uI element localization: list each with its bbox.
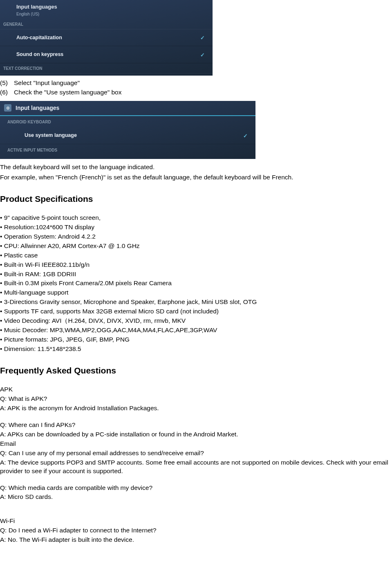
input-languages-label: Input languages [16, 3, 57, 11]
spec-item: • Music Decoder: MP3,WMA,MP2,OGG,AAC,M4A… [0, 326, 392, 335]
faq-question: Q: Can I use any of my personal email ad… [0, 449, 392, 458]
spec-item: • Built-in Wi-Fi IEEE802.11b/g/n [0, 261, 392, 269]
section-text-correction: TEXT CORRECTION [0, 63, 213, 74]
input-languages-sub: English (US) [0, 11, 213, 20]
spec-item: • Supports TF card, supports Max 32GB ex… [0, 307, 392, 316]
faq-answer: A: Micro SD cards. [0, 493, 392, 501]
settings-icon: ⚙ [4, 104, 11, 112]
faq-topic-email: Email [0, 440, 392, 448]
spec-item: • Resolution:1024*600 TN display [0, 223, 392, 232]
spec-item: • Plastic case [0, 251, 392, 260]
faq-section: APK Q: What is APK? A: APK is the acrony… [0, 385, 392, 544]
section-general: GENERAL [0, 19, 213, 29]
spec-item: • Picture formats: JPG, JPEG, GIF, BMP, … [0, 335, 392, 344]
spec-item: • 9" capacitive 5-point touch screen, [0, 214, 392, 222]
check-icon: ✓ [243, 133, 249, 139]
check-icon: ✓ [200, 35, 206, 40]
settings-screenshot-1: Input languages English (US) GENERAL Aut… [0, 0, 213, 76]
faq-question: Q: Where can I find APKs? [0, 421, 392, 429]
screenshot2-title: Input languages [16, 104, 59, 112]
section-active-input-methods: ACTIVE INPUT METHODS [0, 144, 255, 156]
faq-answer: A: No. The Wi-Fi adapter is built into t… [0, 536, 392, 544]
spec-item: • Video Decoding: AVI（H.264, DIVX, DIVX,… [0, 317, 392, 325]
auto-capitalization-label: Auto-capitalization [16, 34, 62, 41]
step-text: Check the "Use system language" box [14, 88, 121, 97]
heading-faq: Frequently Asked Questions [0, 365, 392, 376]
heading-product-specifications: Product Specifications [0, 193, 392, 205]
faq-answer: A: APKs can be downloaded by a PC-side i… [0, 430, 392, 439]
step-number: (6) [0, 88, 14, 97]
screenshot2-header: ⚙ Input languages [0, 101, 255, 116]
faq-topic-apk: APK [0, 385, 392, 394]
spec-item: • Multi-language support [0, 288, 392, 297]
faq-question: Q: What is APK? [0, 395, 392, 403]
spec-item: • Dimension: 11.5*148*238.5 [0, 345, 392, 353]
step-text: Select "Input language" [14, 79, 80, 87]
faq-answer: A: The device supports POP3 and SMTP acc… [0, 458, 392, 476]
faq-question: Q: Do I need a Wi-Fi adapter to connect … [0, 526, 392, 535]
sound-keypress-label: Sound on keypress [16, 51, 63, 58]
spec-item: • CPU: Allwinner A20, ARM Cortex-A7 @ 1.… [0, 242, 392, 250]
check-icon: ✓ [200, 52, 206, 58]
section-android-keyboard: ANDROID KEYBOARD [0, 116, 255, 127]
step-number: (5) [0, 79, 14, 87]
faq-topic-wifi: Wi-Fi [0, 517, 392, 525]
faq-answer: A: APK is the acronym for Android Instal… [0, 404, 392, 413]
auto-capitalization-row: Auto-capitalization ✓ [0, 29, 213, 47]
use-system-language-row: Use system language ✓ [0, 127, 255, 144]
paragraph-default-keyboard: The default keyboard will set to the lan… [0, 163, 392, 172]
step-5: (5) Select "Input language" [0, 79, 392, 87]
paragraph-french-example: For example, when "French (French)" is s… [0, 173, 392, 182]
input-languages-row: Input languages [0, 0, 213, 12]
spec-item: • Built-in RAM: 1GB DDRIII [0, 270, 392, 279]
sound-keypress-row: Sound on keypress ✓ [0, 46, 213, 63]
use-system-language-label: Use system language [25, 132, 77, 139]
step-6: (6) Check the "Use system language" box [0, 88, 392, 97]
spec-item: • 3-Directions Gravity sensor, Microphon… [0, 298, 392, 306]
specifications-list: • 9" capacitive 5-point touch screen, • … [0, 214, 392, 353]
faq-question: Q: Which media cards are compatible with… [0, 484, 392, 492]
spec-item: • Operation System: Android 4.2.2 [0, 232, 392, 241]
spec-item: • Built-in 0.3M pixels Front Camera/2.0M… [0, 279, 392, 288]
settings-screenshot-2: ⚙ Input languages ANDROID KEYBOARD Use s… [0, 101, 255, 159]
steps-list: (5) Select "Input language" (6) Check th… [0, 79, 392, 97]
